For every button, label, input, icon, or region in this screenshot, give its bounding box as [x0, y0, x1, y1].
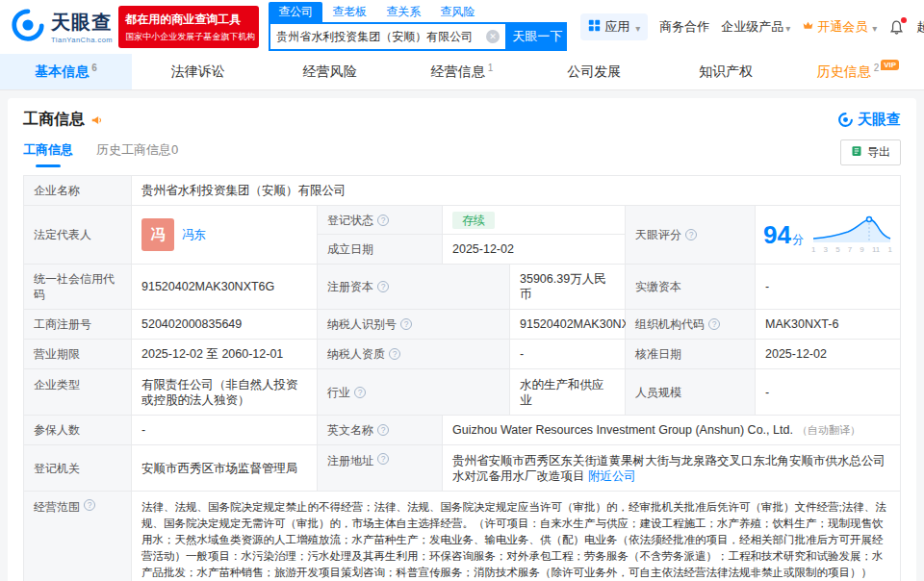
- search-type-tabs: 查公司 查老板 查关系 查风险: [269, 3, 567, 22]
- tab-label: 历史信息: [817, 63, 871, 81]
- legal-rep-link[interactable]: 冯东: [182, 227, 206, 242]
- score-number: 94: [763, 222, 791, 247]
- tab-operating-info[interactable]: 经营信息 1: [396, 54, 527, 89]
- status-badge: 存续: [452, 212, 495, 229]
- help-icon[interactable]: [377, 453, 389, 465]
- legal-rep-value: 冯 冯东: [132, 206, 318, 264]
- field-label: 核准日期: [626, 340, 756, 368]
- search-input[interactable]: [276, 30, 486, 43]
- tab-basic-info[interactable]: 基本信息 6: [0, 54, 132, 89]
- score-value[interactable]: 94 分 13579111: [756, 206, 900, 264]
- help-icon[interactable]: [377, 215, 389, 226]
- credit-code-value: 91520402MAK30NXT6G: [132, 265, 318, 309]
- tab-label: 经营信息: [431, 63, 485, 81]
- company-type-value: 有限责任公司（非自然人投资或控股的法人独资）: [132, 369, 318, 415]
- tab-history-business-registration[interactable]: 历史工商信息0: [96, 138, 178, 167]
- menu-business-cooperation[interactable]: 商务合作: [659, 18, 709, 36]
- table-row: 营业期限 2025-12-02 至 2060-12-01 纳税人资质 - 核准日…: [24, 340, 900, 369]
- search-tab-risk[interactable]: 查风险: [430, 2, 484, 22]
- staff-size-value: -: [756, 369, 900, 415]
- search-button[interactable]: 天眼一下: [507, 22, 567, 51]
- field-label: 成立日期: [318, 235, 443, 264]
- top-bar: 天眼查 TianYanCha.com 都在用的商业查询工具 国家中小企业发展子基…: [0, 0, 924, 54]
- taxpayer-id-value: 91520402MAK30NXT6G: [510, 310, 626, 339]
- notification-bell-icon[interactable]: [888, 19, 905, 36]
- establish-date-value: 2025-12-02: [443, 235, 626, 264]
- export-label: 导出: [867, 144, 890, 161]
- field-label: 纳税人识别号: [318, 310, 510, 339]
- help-icon[interactable]: [377, 281, 389, 292]
- field-label: 法定代表人: [24, 206, 132, 264]
- card-tabs: 工商信息 历史工商信息0 导出: [8, 134, 916, 167]
- tianyancha-logo[interactable]: 天眼查 TianYanCha.com: [10, 7, 113, 47]
- taxpayer-quality-value: -: [510, 340, 626, 368]
- help-icon[interactable]: [708, 318, 720, 330]
- help-icon[interactable]: [84, 499, 95, 511]
- crown-icon: [802, 19, 814, 35]
- search-box[interactable]: [269, 22, 507, 51]
- table-row: 企业类型 有限责任公司（非自然人投资或控股的法人独资） 行业 水的生产和供应业 …: [24, 369, 900, 416]
- field-label: 企业类型: [24, 369, 132, 415]
- enterprise-label: 企业级产品: [721, 18, 783, 36]
- nearby-companies-link[interactable]: 附近公司: [588, 469, 636, 483]
- menu-super-risk[interactable]: 超级风控: [916, 18, 924, 36]
- tab-intellectual-property[interactable]: 知识产权: [660, 54, 792, 89]
- help-icon[interactable]: [389, 348, 400, 360]
- header-menu: 应用 商务合作 企业级产品 开通会员 超级风控: [580, 13, 924, 40]
- apps-label: 应用: [604, 18, 629, 36]
- field-label: 注册资本: [318, 265, 510, 309]
- score-trend-chart: 13579111: [811, 215, 892, 254]
- banner-line2: 国家中小企业发展子基金旗下机构: [125, 31, 252, 43]
- watermark-label: 天眼查: [858, 111, 901, 129]
- field-label: 登记状态: [318, 206, 443, 235]
- watermark-eye-icon: [837, 112, 854, 128]
- tab-operating-risk[interactable]: 经营风险: [264, 54, 396, 89]
- search-tab-boss[interactable]: 查老板: [322, 2, 376, 22]
- field-label: 统一社会信用代码: [24, 265, 132, 309]
- business-scope-value: 法律、法规、国务院决定规定禁止的不得经营；法律、法规、国务院决定规定应当许可（审…: [132, 492, 900, 581]
- clear-search-icon[interactable]: [486, 30, 500, 43]
- company-name-value: 贵州省水利投资集团（安顺）有限公司: [132, 176, 900, 205]
- table-row: 工商注册号 520402000835649 纳税人识别号 91520402MAK…: [24, 310, 900, 340]
- business-term-value: 2025-12-02 至 2060-12-01: [132, 340, 318, 368]
- field-label: 登记机关: [24, 445, 132, 491]
- announcement-horn-icon: [90, 114, 104, 127]
- english-name-value: Guizhou Water Resources Investment Group…: [443, 416, 900, 444]
- search-tab-relation[interactable]: 查关系: [376, 2, 430, 22]
- help-icon[interactable]: [685, 229, 697, 240]
- reg-authority-value: 安顺市西秀区市场监督管理局: [132, 445, 318, 491]
- field-label: 组织机构代码: [626, 310, 756, 339]
- reg-capital-value: 35906.39万人民币: [510, 265, 626, 309]
- field-label: 天眼评分: [626, 206, 756, 264]
- field-label: 注册地址: [318, 445, 443, 491]
- export-button[interactable]: 导出: [840, 139, 901, 165]
- field-label: 参保人数: [24, 416, 132, 444]
- chevron-down-icon: [870, 20, 877, 35]
- banner-line1: 都在用的商业查询工具: [125, 12, 252, 28]
- table-row: 参保人数 - 英文名称 Guizhou Water Resources Inve…: [24, 416, 900, 445]
- tab-count: 2: [874, 63, 880, 73]
- approval-date-value: 2025-12-02: [756, 340, 900, 368]
- help-icon[interactable]: [400, 318, 412, 330]
- field-label: 企业名称: [24, 176, 132, 205]
- tab-legal-proceedings[interactable]: 法律诉讼: [132, 54, 264, 89]
- brand-banner: 都在用的商业查询工具 国家中小企业发展子基金旗下机构: [118, 6, 259, 48]
- menu-enterprise-products[interactable]: 企业级产品: [721, 18, 790, 36]
- tab-label: 法律诉讼: [171, 63, 225, 81]
- reg-address-value: 贵州省安顺市西秀区东关街道黄果树大街与龙泉路交叉口东北角安顺市供水总公司水对沉备…: [443, 445, 900, 491]
- menu-open-vip[interactable]: 开通会员: [802, 18, 877, 36]
- tab-business-registration[interactable]: 工商信息: [23, 138, 73, 167]
- chart-ticks: 13579111: [811, 246, 892, 254]
- apps-menu[interactable]: 应用: [580, 13, 648, 40]
- help-icon[interactable]: [377, 424, 389, 436]
- search-tab-company[interactable]: 查公司: [269, 2, 322, 22]
- help-icon[interactable]: [354, 387, 366, 398]
- tab-count: 1: [488, 63, 494, 73]
- notification-dot: [901, 17, 907, 23]
- tab-company-development[interactable]: 公司发展: [528, 54, 660, 89]
- tab-history-info[interactable]: 历史信息 2 VIP: [792, 54, 924, 89]
- field-label: 行业: [318, 369, 510, 415]
- business-info-card: 工商信息 天眼查 工商信息 历史工商信息0 导出: [8, 98, 916, 581]
- search-area: 查公司 查老板 查关系 查风险 天眼一下: [269, 3, 567, 51]
- legal-rep-avatar[interactable]: 冯: [141, 218, 174, 251]
